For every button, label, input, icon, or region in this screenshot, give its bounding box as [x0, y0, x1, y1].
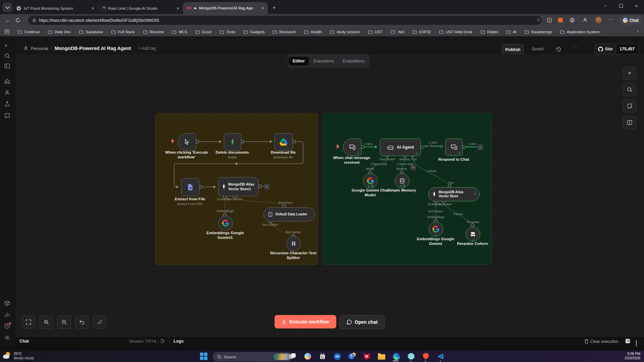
tab-executions[interactable]: Executions — [309, 57, 338, 65]
bookmark-item[interactable]: Excel — [195, 30, 211, 34]
history-icon[interactable] — [556, 46, 561, 52]
collapse-chevron-icon[interactable] — [636, 340, 637, 346]
sidebar-home-icon[interactable] — [4, 79, 10, 84]
node-delete-documents[interactable] — [224, 133, 241, 151]
bookmark-item[interactable]: UST Help Desk — [439, 30, 472, 34]
split-screen-icon[interactable] — [547, 18, 552, 22]
bookmark-item[interactable]: Raspberrypi — [525, 30, 552, 34]
bookmark-item[interactable]: Full Stack — [111, 30, 135, 34]
bookmarks-overflow-icon[interactable]: › — [637, 28, 639, 34]
bookmark-item[interactable]: Health — [304, 30, 322, 34]
tidy-up-wand-button[interactable] — [93, 315, 107, 329]
canvas-add-button[interactable]: + — [623, 66, 636, 80]
bookmark-item[interactable]: Research — [273, 30, 296, 34]
close-icon[interactable]: × — [91, 6, 95, 11]
weather-widget[interactable]: 25°CMostly cloudy — [3, 352, 34, 360]
node-embeddings-google-gemini[interactable]: ✓ — [429, 222, 443, 237]
extension-globe-icon[interactable] — [570, 18, 575, 22]
node-simple-memory[interactable]: ✓ 3 — [395, 173, 409, 188]
bookmark-item[interactable]: Gadgets — [243, 30, 264, 34]
add-tool-button[interactable]: + — [411, 165, 416, 170]
sidebar-package-icon[interactable] — [4, 300, 10, 306]
tab-search-button[interactable] — [3, 3, 12, 12]
bookmark-item[interactable]: Resume — [143, 30, 164, 34]
refresh-button[interactable] — [15, 18, 20, 23]
taskbar-clock[interactable]: 9:08 PM 2/20/2026 — [611, 352, 640, 360]
sidebar-insights-icon[interactable] — [4, 312, 10, 317]
canvas-note-button[interactable] — [623, 99, 636, 113]
node-google-gemini-chat-model[interactable]: ✓ 2 — [363, 173, 378, 188]
address-bar[interactable]: https://host.n8n-racutech.site/workflow/… — [28, 16, 542, 25]
close-icon[interactable]: × — [260, 5, 265, 11]
github-star-widget[interactable]: Star 175,457 — [595, 44, 639, 54]
back-button[interactable]: ← — [3, 17, 13, 23]
node-recursive-character-text-splitter[interactable] — [286, 236, 301, 251]
pop-out-icon[interactable] — [625, 339, 630, 344]
canvas-search-button[interactable] — [623, 83, 636, 96]
edge-icon[interactable] — [392, 352, 401, 361]
fit-view-button[interactable] — [21, 315, 36, 329]
tab-evaluations[interactable]: Evaluations — [339, 57, 368, 65]
bookmark-item[interactable]: AI — [506, 30, 516, 34]
node-when-chat-message-received[interactable]: ✓ — [343, 139, 361, 156]
workflow-title[interactable]: MongoDB-Powered AI Rag Agent — [55, 46, 131, 51]
open-chat-button[interactable]: Open chat — [340, 315, 385, 329]
start-button[interactable] — [199, 352, 208, 361]
close-icon[interactable]: × — [176, 6, 180, 11]
bookmark-item[interactable]: study session — [330, 30, 360, 34]
node-reranker-cohere[interactable]: ✓ — [465, 227, 480, 242]
avatar[interactable] — [595, 17, 602, 23]
node-mongodb-atlas-vector-store1[interactable]: MongoDB AtlasVector Store1 — [218, 177, 258, 196]
node-ai-agent[interactable]: AI Agent ✓ — [380, 139, 421, 156]
browser-tab-n8n-active[interactable]: ▶ MongoDB-Powered AI Rag Age × — [183, 2, 268, 14]
execute-workflow-button[interactable]: Execute workflow — [275, 315, 336, 328]
bookmark-item[interactable]: Tools — [219, 30, 235, 34]
bookmark-item[interactable]: Delphi — [481, 30, 498, 34]
bookmark-item[interactable]: Daily Dev — [48, 30, 71, 34]
window-close-button[interactable]: × — [629, 0, 644, 11]
sidebar-panel-icon[interactable] — [4, 63, 10, 69]
sidebar-users-icon[interactable] — [4, 90, 10, 95]
spiral-app-icon[interactable] — [407, 352, 415, 361]
trash-icon[interactable] — [584, 339, 589, 344]
window-minimize-button[interactable]: − — [598, 0, 613, 11]
breadcrumb-project[interactable]: Personal — [31, 46, 48, 51]
vscode-icon[interactable] — [436, 352, 445, 361]
bookmark-item[interactable]: UST — [368, 30, 383, 34]
browser-tab-aistudio[interactable]: Rate Limit | Google AI Studio × — [98, 3, 183, 14]
microsoft-store-icon[interactable] — [318, 352, 327, 361]
brave-icon[interactable] — [422, 352, 430, 361]
profile-badge-icon[interactable] — [583, 17, 588, 22]
publish-button[interactable]: Publish — [502, 44, 524, 55]
node-default-data-loader[interactable]: 0110 Default Data Loader — [263, 207, 315, 221]
hp-app-icon[interactable]: hp — [333, 352, 342, 361]
sidebar-search-icon[interactable] — [4, 53, 10, 59]
file-explorer-icon[interactable] — [377, 352, 386, 361]
node-mongodb-atlas-vector-store[interactable]: MongoDB AtlasVector Store ✓ — [428, 187, 480, 201]
logs-panel-title[interactable]: Logs — [174, 339, 184, 344]
reading-list-icon[interactable] — [4, 29, 10, 34]
node-download-file[interactable] — [275, 133, 293, 151]
undo-button[interactable] — [75, 315, 89, 329]
bookmark-item[interactable]: .Net — [391, 30, 404, 34]
node-when-clicking-execute-workflow[interactable] — [178, 133, 196, 151]
chat-panel-title[interactable]: Chat — [19, 339, 29, 344]
add-node-button[interactable]: + — [478, 145, 483, 150]
zoom-out-button[interactable] — [57, 315, 71, 329]
bookmark-item[interactable]: Continue — [17, 30, 40, 34]
sidebar-chat-icon[interactable] — [4, 113, 10, 119]
question-app-icon[interactable]: ? — [348, 352, 356, 361]
copilot-chat-button[interactable]: Chat — [620, 16, 642, 25]
sidebar-add-button[interactable]: + — [4, 43, 7, 49]
task-view-icon[interactable] — [288, 352, 297, 361]
node-embeddings-google-gemini1[interactable] — [218, 216, 233, 230]
add-tag-button[interactable]: + Add tag — [139, 46, 156, 51]
favorite-star-icon[interactable]: ☆ — [536, 17, 541, 22]
node-extract-from-file[interactable] — [181, 178, 199, 196]
tab-editor[interactable]: Editor — [289, 57, 309, 65]
sidebar-settings-gear-icon[interactable] — [4, 335, 10, 341]
add-node-button[interactable]: + — [264, 184, 269, 189]
node-respond-to-chat[interactable]: ✓ — [445, 139, 463, 156]
window-maximize-button[interactable] — [613, 0, 629, 11]
bookmark-item[interactable]: MCS — [172, 30, 187, 34]
